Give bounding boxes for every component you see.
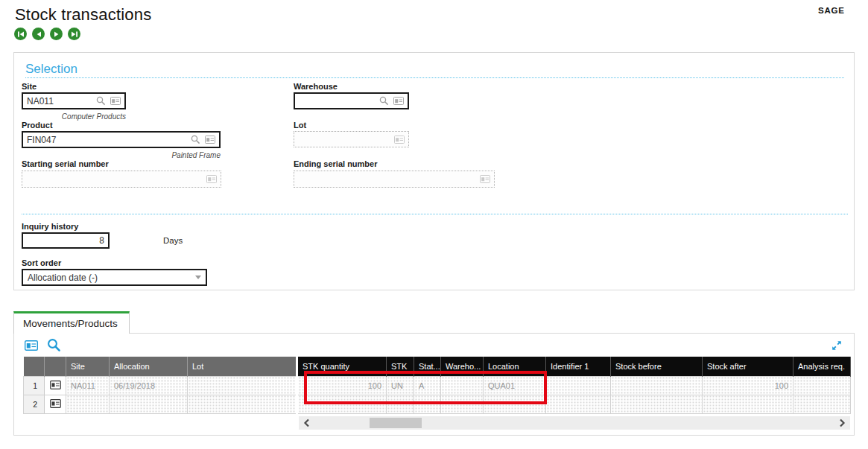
- cell-lot[interactable]: [188, 395, 297, 413]
- inquiry-history-unit: Days: [163, 236, 183, 245]
- table-row[interactable]: 2: [24, 395, 851, 413]
- detail-card-glyph: [25, 340, 38, 351]
- expand-glyph: [831, 340, 843, 351]
- cell-stock-before[interactable]: [611, 376, 703, 395]
- cell-analysis-req[interactable]: [793, 395, 851, 413]
- table-header-row: Site Allocation Lot STK quantity STK Sta…: [24, 357, 851, 376]
- detail-card-glyph: [50, 380, 61, 389]
- page-title: Stock transactions: [15, 5, 151, 25]
- product-label: Product: [22, 121, 53, 130]
- ending-serial-input: [294, 171, 495, 188]
- col-allocation[interactable]: Allocation: [110, 357, 188, 376]
- cell-allocation[interactable]: [110, 395, 188, 413]
- col-identifier1[interactable]: Identifier 1: [546, 357, 611, 376]
- col-site[interactable]: Site: [66, 357, 110, 376]
- previous-record-icon: [35, 31, 42, 38]
- cell-location[interactable]: QUA01: [484, 376, 546, 395]
- last-record-icon: [71, 31, 78, 38]
- row-detail-card-icon[interactable]: [45, 376, 66, 395]
- col-stock-before[interactable]: Stock before: [611, 357, 703, 376]
- col-lot[interactable]: Lot: [188, 357, 297, 376]
- search-glyph: [47, 338, 61, 352]
- warehouse-input[interactable]: [294, 92, 409, 109]
- cell-analysis-req[interactable]: [793, 376, 851, 395]
- first-record-icon: [17, 31, 25, 38]
- cell-site[interactable]: NA011: [66, 376, 110, 395]
- lot-label: Lot: [294, 121, 306, 130]
- cell-warehouse[interactable]: [441, 395, 484, 413]
- cell-status[interactable]: [414, 395, 441, 413]
- site-detail-card-icon[interactable]: [110, 97, 121, 105]
- cell-stk[interactable]: UN: [387, 376, 414, 395]
- product-input[interactable]: FIN047: [22, 131, 221, 148]
- next-record-icon: [53, 31, 60, 38]
- col-stk[interactable]: STK: [387, 357, 414, 376]
- cell-stock-before[interactable]: [611, 395, 703, 413]
- warehouse-lookup-icon[interactable]: [379, 96, 389, 106]
- next-record-button[interactable]: [50, 28, 63, 40]
- cell-stk-quantity[interactable]: [297, 395, 387, 413]
- site-description: Computer Products: [22, 112, 126, 121]
- lot-input: [294, 131, 409, 147]
- tab-label: Movements/Products: [23, 318, 118, 329]
- first-record-button[interactable]: [14, 28, 27, 40]
- cell-stock-after[interactable]: [703, 395, 793, 413]
- site-input[interactable]: NA011: [22, 92, 126, 109]
- search-icon[interactable]: [47, 338, 61, 355]
- cell-status[interactable]: A: [414, 376, 441, 395]
- site-lookup-icon[interactable]: [96, 96, 106, 106]
- selection-heading: Selection: [25, 62, 77, 77]
- detail-card-glyph: [50, 399, 61, 408]
- col-stock-after[interactable]: Stock after: [703, 357, 793, 376]
- cell-lot[interactable]: [188, 376, 297, 395]
- ending-serial-label: Ending serial number: [294, 159, 377, 168]
- ending-serial-detail-card-icon: [480, 175, 490, 183]
- cell-stk-quantity[interactable]: 100: [297, 376, 387, 395]
- scrollbar-thumb[interactable]: [370, 418, 422, 428]
- cell-site[interactable]: [66, 395, 110, 413]
- sage-logo: SAGE: [818, 6, 845, 15]
- selection-panel: Selection Site NA011 Computer Products W…: [13, 52, 855, 290]
- product-value: FIN047: [27, 135, 191, 145]
- product-description: Painted Frame: [22, 151, 221, 159]
- section-divider: [25, 77, 844, 78]
- table-row[interactable]: 1 NA011 06/19/2018 100 UN A QUA01: [24, 376, 851, 395]
- col-status[interactable]: Stat...: [414, 357, 441, 376]
- cell-location[interactable]: [484, 395, 546, 413]
- tab-movements-products[interactable]: Movements/Products: [13, 311, 130, 334]
- cell-stock-after[interactable]: 100: [703, 376, 793, 395]
- col-location[interactable]: Location: [484, 357, 546, 376]
- previous-record-button[interactable]: [32, 28, 45, 40]
- site-value: NA011: [27, 96, 96, 106]
- sort-order-select[interactable]: Allocation date (-): [22, 269, 207, 286]
- col-analysis-req[interactable]: Analysis req.: [793, 357, 851, 376]
- row-detail-card-icon[interactable]: [45, 395, 66, 413]
- cell-identifier1[interactable]: [546, 376, 611, 395]
- col-detail[interactable]: [45, 357, 66, 376]
- cell-stk[interactable]: [387, 395, 414, 413]
- record-navigation: [14, 28, 80, 40]
- site-label: Site: [22, 82, 37, 91]
- starting-serial-label: Starting serial number: [22, 159, 109, 168]
- chevron-down-icon: [195, 276, 201, 279]
- detail-card-icon[interactable]: [25, 340, 38, 354]
- product-detail-card-icon[interactable]: [205, 136, 215, 144]
- row-number: 2: [24, 395, 45, 413]
- horizontal-scrollbar[interactable]: [299, 416, 850, 430]
- cell-identifier1[interactable]: [546, 395, 611, 413]
- scroll-right-icon[interactable]: [839, 418, 846, 427]
- warehouse-detail-card-icon[interactable]: [393, 97, 404, 105]
- sort-order-label: Sort order: [22, 258, 61, 267]
- inquiry-history-input[interactable]: 8: [22, 232, 110, 249]
- col-warehouse[interactable]: Wareho...: [441, 357, 484, 376]
- col-stk-quantity[interactable]: STK quantity: [297, 357, 387, 376]
- product-lookup-icon[interactable]: [191, 135, 200, 144]
- lot-detail-card-icon: [394, 136, 405, 144]
- col-rownum[interactable]: [24, 357, 45, 376]
- cell-allocation[interactable]: 06/19/2018: [110, 376, 188, 395]
- expand-icon[interactable]: [831, 340, 843, 354]
- row-number: 1: [24, 376, 45, 395]
- cell-warehouse[interactable]: [441, 376, 484, 395]
- last-record-button[interactable]: [68, 28, 80, 40]
- scroll-left-icon[interactable]: [303, 418, 310, 427]
